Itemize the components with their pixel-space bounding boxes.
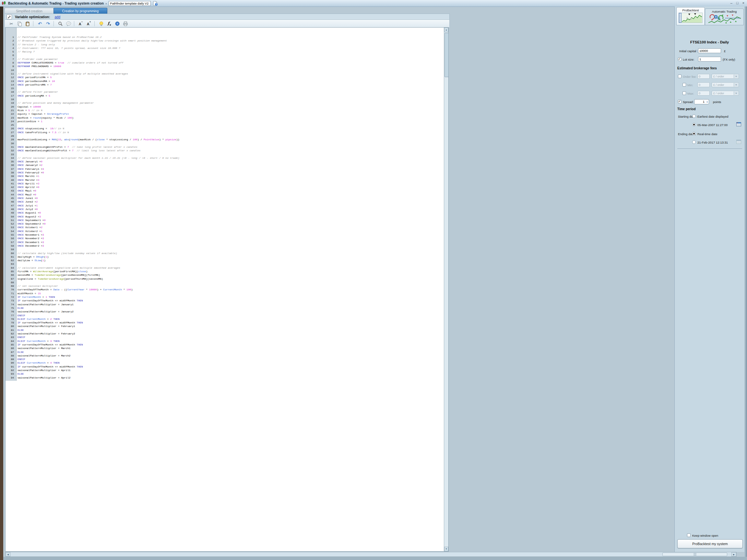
- line-number: 27: [5, 131, 17, 134]
- cut-icon[interactable]: ✂: [8, 21, 15, 27]
- line-number: 75: [5, 306, 17, 310]
- window-title: Backtesting & Automatic Trading - Tradin…: [8, 1, 104, 5]
- code-lines[interactable]: 1// Pathfinder Trading System based on P…: [5, 28, 444, 379]
- line-number: 82: [5, 332, 17, 336]
- minimize-button[interactable]: –: [730, 1, 732, 5]
- ending-calendar-icon[interactable]: [736, 140, 741, 144]
- scroll-right-icon[interactable]: ▶: [731, 552, 736, 556]
- help-icon[interactable]: ?: [114, 21, 121, 27]
- ending-date-radio[interactable]: [692, 140, 696, 144]
- lot-size-checkbox[interactable]: [678, 57, 681, 61]
- line-number: 49: [5, 211, 17, 215]
- currency-label: £: [724, 49, 726, 53]
- line-number: 50: [5, 215, 17, 218]
- code-line: 54ONCE October2 =1: [5, 230, 444, 233]
- variable-optimization-bar: Variable optimization: add: [4, 14, 450, 20]
- window-controls: – □ ×: [730, 1, 744, 5]
- scroll-down-icon[interactable]: ▼: [444, 547, 448, 551]
- comment-icon[interactable]: //: [65, 21, 72, 27]
- code-line: 26ONCE stopLossLong = 10// in %: [5, 127, 444, 130]
- scroll-up-icon[interactable]: ▲: [444, 28, 448, 32]
- initial-capital-input[interactable]: [698, 48, 721, 53]
- code-line: 13ONCE periodSecondMA = 10: [5, 79, 444, 83]
- keep-window-open-checkbox[interactable]: [687, 533, 691, 537]
- tab-creation-by-programming[interactable]: Creation by programming: [53, 8, 107, 14]
- line-number: 74: [5, 303, 17, 306]
- line-number: 57: [5, 240, 17, 244]
- code-line: 11// define instrument signalline with h…: [5, 72, 444, 76]
- add-variable-link[interactable]: add: [55, 15, 61, 19]
- vertical-scroll-thumb[interactable]: [444, 33, 449, 77]
- print-icon[interactable]: [122, 21, 129, 27]
- line-number: 67: [5, 277, 17, 281]
- scroll-grip: [694, 553, 696, 556]
- hint-icon[interactable]: [98, 21, 105, 27]
- increase-font-icon[interactable]: A+: [85, 21, 93, 27]
- line-number: 34: [5, 156, 17, 160]
- max-fee-checkbox[interactable]: [682, 91, 686, 95]
- wrench-icon[interactable]: [6, 14, 12, 20]
- code-line: 70currentDayOfTheMonth = Date - ((Curren…: [5, 288, 444, 291]
- window-right-edge: [744, 6, 747, 560]
- code-line: 51ONCE September1 =0: [5, 218, 444, 222]
- line-number: 35: [5, 160, 17, 163]
- code-line: 9DEFPARAM PRELOADBARS = 10000: [5, 64, 444, 68]
- tab-probacktest[interactable]: ProBacktest: [676, 7, 705, 25]
- maximize-button[interactable]: □: [736, 1, 739, 5]
- search-icon[interactable]: [57, 21, 64, 27]
- tab-simplified-creation[interactable]: Simplified creation: [4, 8, 54, 14]
- max-fee-unit-select: £ / order ▾: [712, 91, 739, 96]
- order-fee-checkbox[interactable]: [678, 75, 681, 78]
- line-number: 93: [5, 372, 17, 376]
- code-line: 36ONCE January2 =2: [5, 163, 444, 167]
- line-number: 81: [5, 328, 17, 332]
- code-line: 32ONCE maxCandlesLongWithoutProfit = 7 /…: [5, 149, 444, 152]
- probacktest-my-system-button[interactable]: ProBacktest my system: [677, 539, 743, 548]
- lot-size-input[interactable]: [698, 57, 721, 61]
- code-line: 84ELSIF CurrentMonth = 3 THEN: [5, 339, 444, 343]
- code-line: 88saisonalPatternMultiplier = March2: [5, 354, 444, 357]
- line-number: 90: [5, 361, 17, 365]
- line-number: 2: [5, 39, 17, 43]
- undo-icon[interactable]: ↶: [36, 21, 44, 27]
- horizontal-scroll-thumb[interactable]: [662, 553, 727, 556]
- scroll-left-icon[interactable]: ◀: [5, 552, 10, 556]
- spread-checkbox[interactable]: [678, 100, 681, 103]
- stepper-arrows-icon[interactable]: ▴▾: [705, 99, 709, 104]
- tab-automatic-trading[interactable]: Automatic Trading: [705, 8, 744, 25]
- decrease-font-icon[interactable]: A−: [77, 21, 84, 27]
- min-fee-checkbox[interactable]: [682, 83, 686, 86]
- line-number: 63: [5, 262, 17, 266]
- copy-icon[interactable]: [16, 21, 23, 27]
- code-line: 81ELSE: [5, 328, 444, 332]
- redo-icon[interactable]: ↷: [45, 21, 52, 27]
- code-line: 14ONCE periodThirdMA = 7: [5, 83, 444, 86]
- line-number: 21: [5, 109, 17, 112]
- line-number: 28: [5, 134, 17, 138]
- line-number: 11: [5, 72, 17, 76]
- code-line: 80saisonalPatternMultiplier = February1: [5, 324, 444, 328]
- code-line: 37ONCE February1 =3: [5, 167, 444, 171]
- max-fee-label: Max:: [687, 92, 694, 95]
- paste-icon[interactable]: [24, 21, 31, 27]
- document-help-icon[interactable]: ?: [153, 1, 158, 6]
- starting-date-radio[interactable]: [692, 123, 696, 126]
- strategy-name-input[interactable]: [109, 1, 151, 6]
- line-number: 16: [5, 90, 17, 94]
- ending-realtime-radio[interactable]: [692, 132, 696, 135]
- code-line: 65firstMA = WilderAverage[periodFirstMA]…: [5, 270, 444, 273]
- line-number: 94: [5, 376, 17, 379]
- starting-calendar-icon[interactable]: [736, 122, 741, 126]
- line-number: 72: [5, 295, 17, 299]
- close-button[interactable]: ×: [743, 1, 744, 5]
- starting-earliest-radio[interactable]: [692, 114, 696, 118]
- line-number: 25: [5, 123, 17, 127]
- horizontal-scrollbar[interactable]: ◀ ▶: [5, 552, 737, 557]
- line-number: 24: [5, 119, 17, 123]
- line-number: 79: [5, 321, 17, 324]
- insert-function-icon[interactable]: ƒx: [106, 21, 113, 27]
- line-number: 36: [5, 163, 17, 167]
- editor-vertical-scrollbar[interactable]: ▲ ▼: [444, 28, 448, 551]
- max-fee-input: [697, 91, 710, 96]
- code-line: 20Capital = 10000: [5, 105, 444, 109]
